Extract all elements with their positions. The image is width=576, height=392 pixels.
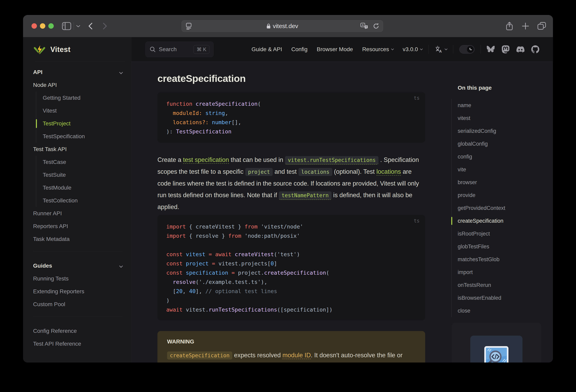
toc-item-provide[interactable]: provide	[452, 189, 546, 202]
toc-item-isbrowserenabled[interactable]: isBrowserEnabled	[452, 292, 546, 304]
inline-code-vitest-runtestspecifications[interactable]: vitest.runTestSpecifications	[285, 156, 378, 164]
toolbar-divider	[74, 22, 74, 30]
translate-icon[interactable]: A	[360, 23, 368, 30]
link-test-specification[interactable]: test specification	[183, 156, 229, 164]
back-button[interactable]	[86, 15, 94, 37]
browser-window: vitest.dev A	[23, 15, 553, 362]
toc-item-browser[interactable]: browser	[452, 176, 546, 189]
discord-icon[interactable]	[517, 45, 524, 53]
code-line: [20, 40], // optional test lines	[166, 287, 416, 296]
code-line: import { resolve } from 'node:path/posix…	[166, 231, 416, 241]
sidebar-item-node-api: Node API	[33, 79, 122, 91]
inline-code-project: project	[245, 168, 273, 176]
toc-item-createspecification[interactable]: createSpecification	[452, 214, 546, 227]
nav-link-label: Resources	[362, 46, 389, 53]
search-button[interactable]: Search ⌘ K	[145, 41, 214, 57]
toc-item-serializedconfig[interactable]: serializedConfig	[452, 124, 546, 137]
sidebar-item-getting-started[interactable]: Getting Started	[36, 91, 122, 104]
sidebar-item-test-api-reference[interactable]: Test API Reference	[33, 337, 122, 350]
sidebar-item-reporters-api[interactable]: Reporters API	[33, 220, 122, 233]
nav-link-resources[interactable]: Resources	[362, 46, 394, 53]
code-line: resolve('./example.test.ts'),	[166, 277, 416, 287]
forward-button[interactable]	[101, 15, 109, 37]
code-line: const specification = project.createSpec…	[166, 268, 416, 277]
sidebar-item-vitest[interactable]: Vitest	[36, 104, 122, 117]
nav-link-label: Guide & API	[252, 46, 282, 53]
toc-item-globalconfig[interactable]: globalConfig	[452, 137, 546, 150]
bluesky-icon[interactable]	[487, 45, 495, 53]
social-links	[487, 45, 539, 53]
reader-view-icon[interactable]	[185, 22, 192, 30]
chevron-down-icon[interactable]	[75, 15, 82, 37]
new-tab-icon[interactable]	[520, 15, 531, 37]
sidebar-item-testspecification[interactable]: TestSpecification	[36, 130, 122, 143]
sidebar-item-testsuite[interactable]: TestSuite	[36, 169, 122, 181]
reload-icon[interactable]	[373, 23, 379, 30]
sidebar-item-custom-pool[interactable]: Custom Pool	[33, 298, 122, 311]
site-title: Vitest	[50, 45, 70, 54]
lock-icon	[266, 23, 271, 29]
sidebar-item-test-task-api: Test Task API	[33, 143, 122, 156]
toc-item-getprovidedcontext[interactable]: getProvidedContext	[452, 202, 546, 214]
sidebar-item-testproject[interactable]: TestProject	[36, 117, 122, 130]
toc-item-close[interactable]: close	[452, 304, 546, 317]
text: (optional). Test	[332, 168, 376, 175]
svg-text:A: A	[362, 23, 364, 27]
link-locations[interactable]: locations	[376, 168, 401, 176]
nav-divider	[453, 45, 453, 54]
sponsor-card[interactable]	[452, 323, 541, 362]
toc-item-vitest[interactable]: vitest	[452, 112, 546, 124]
share-icon[interactable]	[504, 15, 515, 37]
nav-divider	[428, 45, 429, 54]
sidebar-item-testcollection[interactable]: TestCollection	[36, 194, 122, 207]
warning-body: createSpecification expects resolved mod…	[167, 349, 416, 362]
site-logo[interactable]: Vitest	[23, 37, 131, 62]
chevron-down-icon	[119, 70, 123, 74]
zoom-window-button[interactable]	[48, 23, 54, 29]
text: expects resolved	[232, 352, 282, 359]
nav-link-guide-api[interactable]: Guide & API	[252, 46, 282, 53]
theme-toggle[interactable]	[459, 45, 475, 54]
address-bar[interactable]: vitest.dev A	[181, 20, 383, 32]
toc-item-name[interactable]: name	[452, 99, 546, 112]
search-label: Search	[159, 46, 177, 53]
nav-link-config[interactable]: Config	[291, 46, 307, 53]
toc-item-config[interactable]: config	[452, 150, 546, 163]
nav-divider	[481, 45, 481, 54]
github-icon[interactable]	[531, 45, 539, 53]
nav-link-label: v3.0.0	[403, 46, 418, 53]
sidebar-toggle-icon[interactable]	[61, 15, 72, 37]
toc-item-import[interactable]: import	[452, 266, 546, 279]
toc-item-globtestfiles[interactable]: globTestFiles	[452, 240, 546, 253]
tab-overview-icon[interactable]	[536, 15, 548, 37]
sidebar-item-extending-reporters[interactable]: Extending Reporters	[33, 285, 122, 298]
close-window-button[interactable]	[31, 23, 37, 29]
sidebar-section-label: Guides	[33, 263, 52, 269]
sidebar-item-testcase[interactable]: TestCase	[36, 156, 122, 169]
toc-item-isrootproject[interactable]: isRootProject	[452, 227, 546, 240]
nav-link-label: Config	[291, 46, 307, 53]
mastodon-icon[interactable]	[502, 45, 510, 53]
nav-link-browser-mode[interactable]: Browser Mode	[317, 46, 353, 53]
code-line: const project = vitest.projects[0]	[166, 259, 416, 268]
sidebar-item-config-reference[interactable]: Config Reference	[33, 325, 122, 337]
sidebar-item-running-tests[interactable]: Running Tests	[33, 272, 122, 285]
language-menu[interactable]: A	[435, 45, 447, 53]
nav-links: Guide & APIConfigBrowser ModeResourcesv3…	[252, 46, 422, 53]
description-paragraph: Create a test specification that can be …	[157, 154, 425, 213]
nav-link-v3-0-0[interactable]: v3.0.0	[403, 46, 422, 53]
sidebar-item-runner-api[interactable]: Runner API	[33, 207, 122, 220]
code-line: moduleId: string,	[166, 109, 416, 118]
link-module-id[interactable]: module ID	[282, 352, 311, 359]
sidebar-section-guides[interactable]: Guides	[33, 259, 122, 272]
toc-item-vite[interactable]: vite	[452, 163, 546, 176]
toc-item-matchestestglob[interactable]: matchesTestGlob	[452, 253, 546, 266]
sidebar-item-testmodule[interactable]: TestModule	[36, 181, 122, 194]
minimize-window-button[interactable]	[40, 23, 45, 29]
toc-item-ontestsrerun[interactable]: onTestsRerun	[452, 279, 546, 292]
sidebar-item-task-metadata[interactable]: Task Metadata	[33, 233, 122, 245]
inline-code-locations: locations	[298, 168, 332, 176]
sidebar-section-api[interactable]: API	[33, 66, 122, 79]
inline-code-testnamepattern[interactable]: testNamePattern	[279, 191, 332, 200]
chevron-down-icon	[391, 47, 394, 50]
